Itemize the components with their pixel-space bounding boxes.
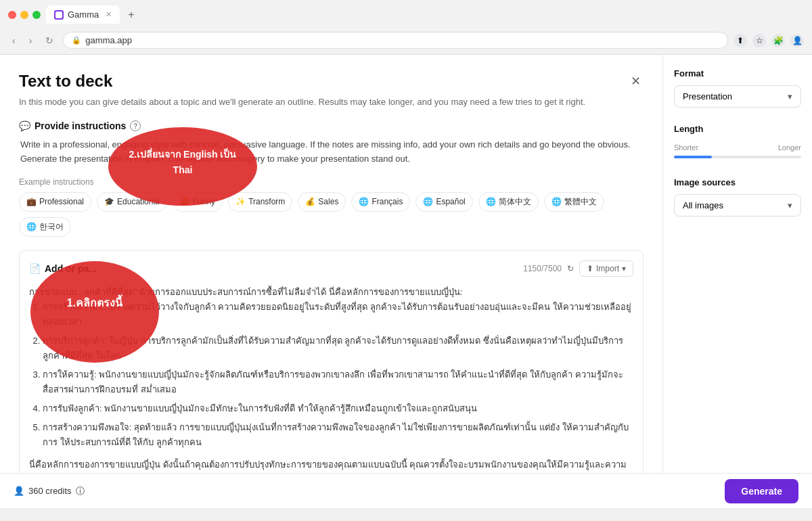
chip-transform-emoji: ✨ — [235, 197, 246, 206]
chip-funny-emoji: 😄 — [180, 197, 190, 206]
panel-title: Text to deck — [19, 72, 112, 91]
instructions-text: Write in a professional, engaging style … — [19, 138, 644, 166]
refresh-button[interactable]: ↻ — [41, 34, 58, 47]
chip-professional-label: Professional — [39, 197, 84, 206]
chip-educational-label: Educational — [117, 197, 160, 206]
share-icon[interactable]: ⬆ — [734, 34, 747, 47]
text-item-3: การให้ความรู้: พนักงานขายแบบญี่ปุ่นมักจะ… — [43, 367, 633, 397]
credits-user-icon: 👤 — [14, 486, 24, 496]
tab-close-button[interactable]: ✕ — [106, 10, 112, 19]
import-button[interactable]: ⬆ Import ▾ — [579, 260, 633, 277]
help-icon[interactable]: ? — [130, 120, 141, 131]
bottom-bar: 👤 360 credits ⓘ Generate — [0, 473, 812, 508]
chip-traditional-chinese[interactable]: 🌐 繁體中文 — [544, 192, 604, 212]
chip-korean-emoji: 🌐 — [26, 222, 37, 231]
image-sources-label: Image sources — [674, 177, 801, 187]
chip-funny-label: Funny — [193, 197, 215, 206]
tab-favicon — [54, 10, 64, 20]
back-button[interactable]: ‹ — [8, 34, 20, 47]
chip-espanol-label: Español — [436, 197, 465, 206]
right-panel: Format Presentation ▾ Length Shorter Lon… — [663, 55, 812, 508]
image-sources-arrow: ▾ — [788, 200, 792, 210]
url-text: gamma.app — [85, 35, 132, 45]
char-count: 1150/7500 — [523, 264, 562, 273]
browser-tab[interactable]: Gamma ✕ — [46, 5, 120, 24]
chip-simplified-chinese-label: 简体中文 — [499, 196, 531, 208]
format-label: Format — [674, 68, 801, 78]
close-window-button[interactable] — [8, 11, 16, 19]
chip-professional-emoji: 💼 — [26, 197, 37, 206]
bookmark-icon[interactable]: ☆ — [752, 34, 766, 47]
text-item-5: การสร้างความพึงพอใจ: สุดท้ายแล้ว การขายแ… — [43, 420, 633, 450]
add-paste-section: 📄 Add or pa... 1150/7500 ↻ ⬆ Import ▾ กา… — [19, 250, 644, 497]
maximize-window-button[interactable] — [32, 11, 41, 19]
length-slider-fill — [674, 156, 712, 158]
format-dropdown-arrow: ▾ — [788, 91, 792, 101]
chip-sales-label: Sales — [318, 197, 338, 206]
traffic-lights — [8, 11, 41, 19]
generate-button[interactable]: Generate — [725, 479, 798, 503]
chip-espanol[interactable]: 🌐 Español — [415, 192, 472, 212]
chip-francais-emoji: 🌐 — [359, 197, 369, 206]
browser-actions: ⬆ ☆ 🧩 👤 — [734, 34, 804, 47]
text-item-2: การบริการลูกค้า: ในญี่ปุ่น การบริการลูกค… — [43, 334, 633, 363]
close-panel-button[interactable]: ✕ — [628, 71, 644, 91]
longer-label: Longer — [778, 143, 801, 152]
instructions-label: Provide instructions — [35, 120, 126, 131]
refresh-icon: ↻ — [567, 264, 574, 273]
import-label: Import — [596, 264, 619, 273]
panel-subtitle: In this mode you can give details about … — [19, 97, 644, 107]
chip-traditional-chinese-emoji: 🌐 — [551, 197, 562, 206]
length-slider[interactable] — [674, 156, 801, 158]
chip-educational[interactable]: 🎓 Educational — [97, 192, 167, 212]
left-panel: Text to deck ✕ In this mode you can give… — [0, 55, 663, 508]
format-value: Presentation — [683, 91, 732, 101]
chip-simplified-chinese-emoji: 🌐 — [486, 197, 496, 206]
length-slider-container: Shorter Longer — [674, 141, 801, 161]
chip-francais[interactable]: 🌐 Français — [351, 192, 410, 212]
app-container: Text to deck ✕ In this mode you can give… — [0, 55, 812, 508]
image-sources-dropdown[interactable]: All images ▾ — [674, 194, 801, 217]
chip-sales[interactable]: 💰 Sales — [298, 192, 346, 212]
add-paste-header: 📄 Add or pa... 1150/7500 ↻ ⬆ Import ▾ — [29, 260, 633, 277]
chip-transform-label: Transform — [248, 197, 285, 206]
minimize-window-button[interactable] — [20, 11, 28, 19]
profile-icon[interactable]: 👤 — [790, 34, 804, 47]
text-item-4: การรับฟังลูกค้า: พนักงานขายแบบญี่ปุ่นมัก… — [43, 401, 633, 416]
credits-info-icon[interactable]: ⓘ — [76, 485, 85, 497]
lock-icon: 🔒 — [72, 36, 81, 45]
chip-espanol-emoji: 🌐 — [423, 197, 433, 206]
format-section: Format Presentation ▾ — [674, 68, 801, 108]
browser-chrome: Gamma ✕ + ‹ › ↻ 🔒 gamma.app ⬆ ☆ 🧩 👤 — [0, 0, 812, 55]
length-section: Length Shorter Longer — [674, 124, 801, 161]
text-content[interactable]: การขายแบบ...ลูกค้าที่ดีที่สุด" ด้วยการออ… — [29, 285, 633, 487]
image-sources-value: All images — [683, 200, 723, 210]
chip-professional[interactable]: 💼 Professional — [19, 192, 91, 212]
document-icon: 📄 — [29, 263, 41, 274]
chip-francais-label: Français — [371, 197, 403, 206]
paste-actions: 1150/7500 ↻ ⬆ Import ▾ — [523, 260, 633, 277]
import-arrow-icon: ▾ — [622, 264, 626, 273]
chip-korean-label: 한국어 — [39, 221, 64, 233]
panel-header: Text to deck ✕ — [19, 71, 644, 91]
instructions-section-header: 💬 Provide instructions ? — [19, 120, 644, 131]
length-label: Length — [674, 124, 801, 134]
address-bar[interactable]: 🔒 gamma.app — [63, 32, 728, 49]
chip-sales-emoji: 💰 — [305, 197, 315, 206]
chip-transform[interactable]: ✨ Transform — [228, 192, 292, 212]
chip-simplified-chinese[interactable]: 🌐 简体中文 — [478, 192, 539, 212]
chip-korean[interactable]: 🌐 한국어 — [19, 217, 71, 237]
chip-funny[interactable]: 😄 Funny — [173, 192, 223, 212]
new-tab-button[interactable]: + — [122, 6, 139, 24]
svg-rect-0 — [55, 12, 62, 18]
chip-row: 💼 Professional 🎓 Educational 😄 Funny ✨ T… — [19, 192, 644, 237]
extensions-icon[interactable]: 🧩 — [771, 34, 785, 47]
text-item-1: การสร้างความไ...สร้างความไว้วางใจกับลูกค… — [43, 300, 633, 330]
forward-button[interactable]: › — [25, 34, 37, 47]
format-dropdown[interactable]: Presentation ▾ — [674, 85, 801, 108]
text-intro: การขายแบบ...ลูกค้าที่ดีที่สุด" ด้วยการออ… — [29, 285, 633, 300]
shorter-label: Shorter — [674, 143, 698, 152]
image-sources-section: Image sources All images ▾ — [674, 177, 801, 217]
example-label: Example instructions — [19, 177, 644, 187]
instructions-icon: 💬 — [19, 120, 30, 131]
